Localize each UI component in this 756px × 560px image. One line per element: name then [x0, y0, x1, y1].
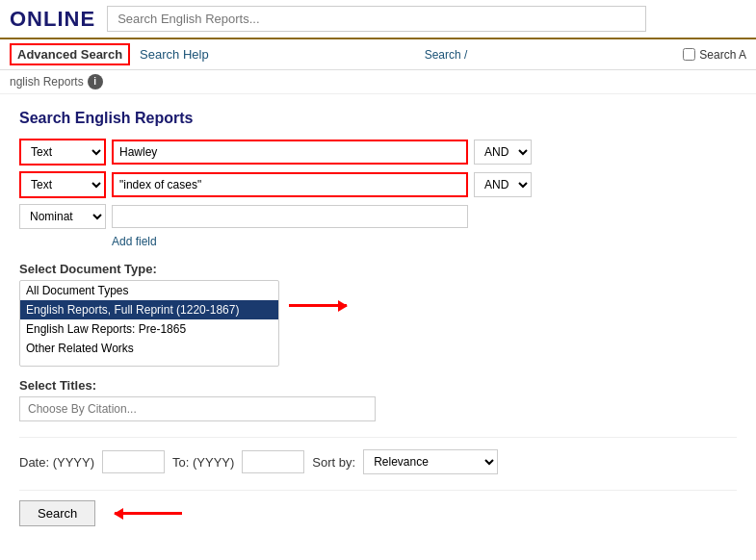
- doc-type-arrow: [289, 304, 347, 307]
- search-row-1: Text Nominat Title Citation Judge Counse…: [19, 139, 737, 165]
- header: ONLINE: [0, 0, 756, 39]
- section-title: Search English Reports: [19, 110, 737, 127]
- doc-type-option-law-reports[interactable]: English Law Reports: Pre-1865: [20, 319, 278, 339]
- date-from-input[interactable]: [102, 450, 165, 473]
- search-input-1[interactable]: [112, 140, 468, 165]
- search-help-link[interactable]: Search Help: [140, 47, 209, 62]
- field-select-2[interactable]: Text Nominat Title Citation Judge Counse…: [19, 171, 106, 198]
- search-input-3[interactable]: [112, 205, 468, 228]
- button-row: Search: [19, 490, 737, 526]
- button-arrow: [115, 512, 182, 515]
- date-sort-row: Date: (YYYY) To: (YYYY) Sort by: Relevan…: [19, 437, 737, 474]
- search-all-checkbox[interactable]: [683, 48, 695, 61]
- sort-label: Sort by:: [312, 455, 355, 470]
- header-search-input[interactable]: [107, 6, 646, 32]
- search-row-3: Nominat Text Title Citation Judge Counse…: [19, 204, 737, 229]
- connector-select-1[interactable]: AND OR NOT: [474, 140, 532, 165]
- search-button[interactable]: Search: [19, 500, 95, 526]
- arrow-right-icon: [289, 304, 347, 307]
- connector-select-2[interactable]: AND OR NOT: [474, 172, 532, 197]
- doc-type-label: Select Document Type:: [19, 262, 737, 276]
- doc-type-section: Select Document Type: All Document Types…: [19, 262, 737, 367]
- citation-input[interactable]: [19, 396, 376, 421]
- date-label: Date: (YYYY): [19, 455, 94, 470]
- search-row-2: Text Nominat Title Citation Judge Counse…: [19, 171, 737, 198]
- search-input-2[interactable]: [112, 172, 468, 197]
- to-label: To: (YYYY): [172, 455, 234, 470]
- doc-type-list[interactable]: All Document Types English Reports, Full…: [19, 280, 279, 367]
- top-right-search: Search /: [425, 48, 468, 62]
- titles-section: Select Titles:: [19, 378, 737, 421]
- date-to-input[interactable]: [242, 450, 304, 473]
- doc-type-option-english-reports[interactable]: English Reports, Full Reprint (1220-1867…: [20, 300, 278, 319]
- breadcrumb-bar: nglish Reports i: [0, 70, 756, 94]
- breadcrumb-text: nglish Reports: [10, 75, 84, 89]
- doc-type-option-other[interactable]: Other Related Works: [20, 339, 278, 358]
- advanced-search-link[interactable]: Advanced Search: [10, 43, 130, 65]
- titles-label: Select Titles:: [19, 378, 737, 393]
- doc-type-option-all[interactable]: All Document Types: [20, 281, 278, 300]
- doc-type-wrapper: All Document Types English Reports, Full…: [19, 280, 737, 367]
- field-select-1[interactable]: Text Nominat Title Citation Judge Counse…: [19, 139, 106, 165]
- arrow-left-icon: [115, 512, 182, 515]
- logo: ONLINE: [10, 7, 95, 32]
- main-content: Search English Reports Text Nominat Titl…: [0, 94, 756, 542]
- search-all-label: Search A: [683, 48, 746, 62]
- sort-select[interactable]: Relevance Date Ascending Date Descending: [363, 449, 498, 474]
- field-select-3[interactable]: Nominat Text Title Citation Judge Counse…: [19, 204, 106, 229]
- info-icon[interactable]: i: [88, 74, 103, 89]
- nav-bar: Advanced Search Search Help Search / Sea…: [0, 39, 756, 70]
- add-field-link[interactable]: Add field: [112, 235, 737, 248]
